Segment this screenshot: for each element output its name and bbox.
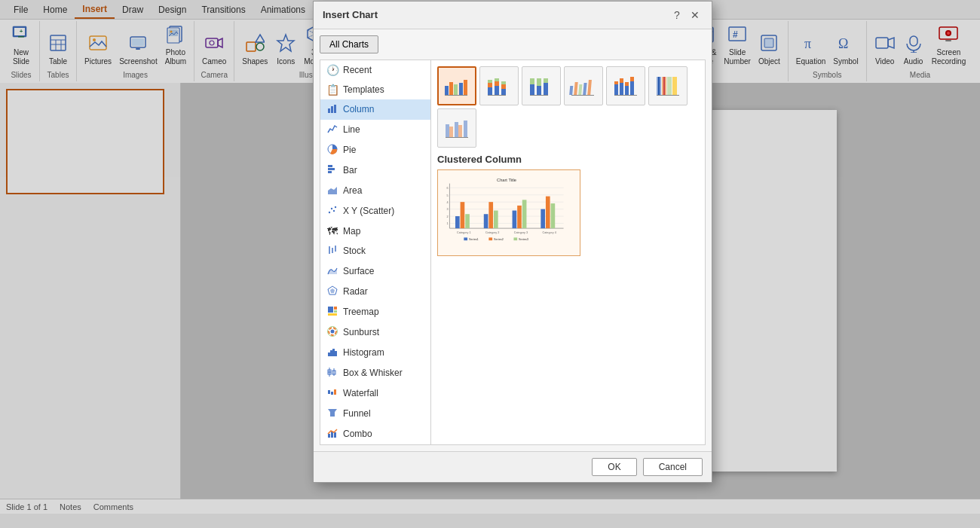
- stock-icon: [326, 245, 338, 258]
- svg-rect-147: [587, 80, 592, 95]
- chart-type-combo[interactable]: Combo: [320, 424, 430, 444]
- svg-rect-125: [445, 95, 467, 96]
- chart-variant-0[interactable]: [437, 66, 476, 105]
- dialog-help-button[interactable]: ?: [669, 8, 684, 23]
- recent-icon: 🕐: [326, 64, 338, 76]
- svg-point-89: [331, 207, 332, 209]
- chart-type-stock[interactable]: Stock: [320, 241, 430, 261]
- chart-variant-1[interactable]: [479, 66, 519, 105]
- svg-rect-195: [541, 209, 545, 228]
- svg-rect-157: [614, 95, 637, 96]
- chart-type-area[interactable]: Area: [320, 181, 430, 201]
- chart-type-bar[interactable]: Bar: [320, 160, 430, 181]
- cancel-button[interactable]: Cancel: [643, 458, 703, 476]
- line-label: Line: [343, 124, 360, 135]
- svg-rect-146: [583, 83, 586, 95]
- svg-text:Series1: Series1: [469, 238, 479, 241]
- svg-rect-141: [544, 78, 548, 83]
- chart-type-box-whisker[interactable]: Box & Whisker: [320, 363, 430, 383]
- svg-marker-87: [328, 187, 337, 194]
- svg-rect-152: [620, 78, 623, 83]
- bar-icon: [326, 164, 338, 177]
- svg-rect-194: [522, 200, 527, 228]
- funnel-icon: [326, 407, 338, 420]
- chart-variant-2[interactable]: [522, 66, 561, 105]
- svg-rect-156: [630, 77, 634, 81]
- ok-button[interactable]: OK: [592, 458, 636, 476]
- svg-rect-132: [501, 89, 506, 95]
- svg-rect-107: [335, 351, 337, 356]
- svg-rect-160: [667, 77, 672, 95]
- svg-rect-153: [625, 86, 629, 95]
- radar-label: Radar: [343, 286, 368, 297]
- svg-text:Category 2: Category 2: [485, 230, 499, 233]
- chart-type-list: 🕐 Recent 📋 Templates Column: [320, 60, 431, 445]
- svg-rect-123: [459, 83, 463, 95]
- chart-type-map[interactable]: 🗺 Map: [320, 221, 430, 241]
- svg-rect-144: [574, 82, 577, 95]
- chart-type-column[interactable]: Column: [320, 99, 430, 120]
- recent-label: Recent: [343, 65, 372, 75]
- svg-rect-137: [530, 78, 534, 84]
- chart-type-funnel[interactable]: Funnel: [320, 404, 430, 424]
- dialog-header: Insert Chart ? ✕: [314, 2, 712, 29]
- all-charts-tab[interactable]: All Charts: [320, 35, 378, 53]
- svg-rect-196: [546, 196, 550, 228]
- chart-type-treemap[interactable]: Treemap: [320, 302, 430, 322]
- radar-icon: [326, 285, 338, 298]
- chart-variant-5[interactable]: [648, 66, 688, 105]
- svg-rect-186: [455, 216, 460, 228]
- svg-rect-202: [464, 237, 467, 240]
- svg-text:Category 4: Category 4: [542, 230, 556, 233]
- pie-label: Pie: [343, 145, 356, 155]
- chart-type-radar[interactable]: Radar: [320, 282, 430, 302]
- treemap-icon: [326, 306, 338, 319]
- svg-marker-116: [328, 409, 337, 417]
- svg-rect-117: [328, 434, 330, 438]
- svg-rect-192: [513, 210, 517, 228]
- svg-rect-119: [334, 432, 336, 438]
- svg-point-88: [329, 211, 330, 212]
- dialog-close-button[interactable]: ✕: [688, 8, 703, 23]
- svg-rect-81: [331, 106, 333, 113]
- chart-type-histogram[interactable]: Histogram: [320, 343, 430, 363]
- svg-text:Chart Title: Chart Title: [497, 177, 516, 182]
- svg-rect-190: [488, 202, 493, 228]
- svg-rect-150: [614, 81, 618, 84]
- area-icon: [326, 185, 338, 197]
- chart-type-waterfall[interactable]: Waterfall: [320, 383, 430, 404]
- pie-icon: [326, 144, 338, 157]
- svg-rect-142: [530, 95, 548, 96]
- chart-variant-6[interactable]: [437, 108, 476, 148]
- svg-rect-149: [614, 84, 618, 95]
- chart-type-recent[interactable]: 🕐 Recent: [320, 60, 430, 80]
- svg-rect-131: [495, 78, 499, 81]
- chart-type-line[interactable]: Line: [320, 120, 430, 140]
- chart-type-sunburst[interactable]: Sunburst: [320, 322, 430, 343]
- dialog-footer: OK Cancel: [314, 451, 712, 482]
- svg-rect-106: [332, 349, 335, 356]
- svg-rect-148: [571, 95, 594, 96]
- svg-rect-122: [454, 84, 458, 95]
- svg-rect-170: [446, 137, 468, 138]
- chart-variant-3[interactable]: [564, 66, 603, 105]
- svg-rect-191: [494, 210, 498, 228]
- chart-type-xy-scatter[interactable]: X Y (Scatter): [320, 201, 430, 221]
- chart-type-surface[interactable]: Surface: [320, 261, 430, 282]
- waterfall-icon: [326, 387, 338, 400]
- svg-text:Category 1: Category 1: [457, 230, 470, 233]
- svg-rect-169: [464, 121, 467, 137]
- chart-type-templates[interactable]: 📋 Templates: [320, 80, 430, 99]
- funnel-label: Funnel: [343, 408, 371, 419]
- dialog-title: Insert Chart: [323, 9, 378, 20]
- svg-rect-139: [537, 78, 541, 86]
- chart-type-pie[interactable]: Pie: [320, 140, 430, 160]
- svg-rect-105: [330, 350, 332, 356]
- svg-text:2: 2: [446, 215, 448, 218]
- preview-chart-svg: Chart Title 6 5 4 3 2 1: [443, 175, 571, 246]
- svg-rect-154: [625, 82, 629, 86]
- surface-label: Surface: [343, 266, 374, 276]
- svg-rect-168: [458, 125, 462, 137]
- chart-variant-4[interactable]: [606, 66, 645, 105]
- svg-rect-124: [464, 80, 467, 95]
